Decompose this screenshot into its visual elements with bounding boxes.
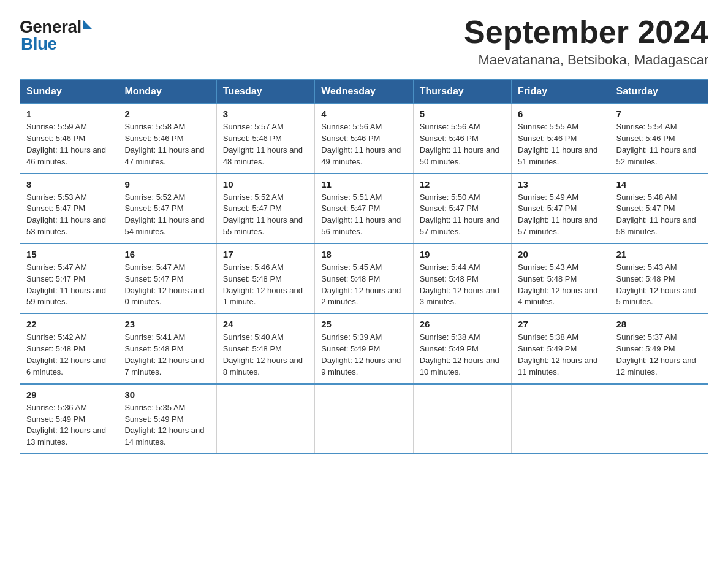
day-number: 23	[124, 319, 210, 329]
calendar-cell: 26 Sunrise: 5:38 AMSunset: 5:49 PMDaylig…	[413, 313, 511, 383]
logo-triangle-icon	[83, 20, 92, 29]
day-number: 13	[518, 179, 603, 190]
day-header-row: Sunday Monday Tuesday Wednesday Thursday…	[20, 80, 708, 104]
day-number: 20	[518, 249, 603, 259]
calendar-cell: 3 Sunrise: 5:57 AMSunset: 5:46 PMDayligh…	[216, 104, 314, 174]
day-info: Sunrise: 5:58 AMSunset: 5:46 PMDaylight:…	[124, 122, 204, 166]
calendar-cell: 15 Sunrise: 5:47 AMSunset: 5:47 PMDaylig…	[20, 243, 118, 313]
calendar-cell: 12 Sunrise: 5:50 AMSunset: 5:47 PMDaylig…	[413, 174, 511, 243]
day-info: Sunrise: 5:40 AMSunset: 5:48 PMDaylight:…	[223, 332, 303, 377]
day-number: 18	[321, 249, 406, 259]
calendar-cell: 22 Sunrise: 5:42 AMSunset: 5:48 PMDaylig…	[20, 313, 118, 383]
day-number: 4	[321, 109, 406, 119]
calendar-cell: 29 Sunrise: 5:36 AMSunset: 5:49 PMDaylig…	[20, 384, 118, 454]
day-info: Sunrise: 5:51 AMSunset: 5:47 PMDaylight:…	[321, 193, 401, 237]
calendar-cell: 17 Sunrise: 5:46 AMSunset: 5:48 PMDaylig…	[216, 243, 314, 313]
day-number: 6	[518, 109, 603, 119]
header-thursday: Thursday	[413, 80, 511, 104]
calendar-header: Sunday Monday Tuesday Wednesday Thursday…	[20, 80, 708, 104]
calendar-cell: 23 Sunrise: 5:41 AMSunset: 5:48 PMDaylig…	[118, 313, 216, 383]
day-number: 15	[26, 249, 112, 259]
day-info: Sunrise: 5:49 AMSunset: 5:47 PMDaylight:…	[518, 193, 597, 237]
day-number: 30	[124, 389, 210, 400]
day-info: Sunrise: 5:45 AMSunset: 5:48 PMDaylight:…	[321, 262, 401, 307]
day-info: Sunrise: 5:50 AMSunset: 5:47 PMDaylight:…	[420, 193, 499, 237]
calendar-table: Sunday Monday Tuesday Wednesday Thursday…	[20, 79, 708, 454]
calendar-cell	[610, 384, 708, 454]
day-number: 1	[26, 109, 112, 119]
day-number: 5	[420, 109, 505, 119]
calendar-cell: 7 Sunrise: 5:54 AMSunset: 5:46 PMDayligh…	[610, 104, 708, 174]
calendar-cell: 21 Sunrise: 5:43 AMSunset: 5:48 PMDaylig…	[610, 243, 708, 313]
day-info: Sunrise: 5:41 AMSunset: 5:48 PMDaylight:…	[124, 332, 204, 377]
day-info: Sunrise: 5:36 AMSunset: 5:49 PMDaylight:…	[26, 403, 106, 447]
day-number: 28	[616, 319, 702, 329]
calendar-week-row: 8 Sunrise: 5:53 AMSunset: 5:47 PMDayligh…	[20, 174, 708, 243]
calendar-cell: 28 Sunrise: 5:37 AMSunset: 5:49 PMDaylig…	[610, 313, 708, 383]
day-number: 14	[616, 179, 702, 190]
day-info: Sunrise: 5:44 AMSunset: 5:48 PMDaylight:…	[420, 262, 499, 307]
day-info: Sunrise: 5:38 AMSunset: 5:49 PMDaylight:…	[420, 332, 499, 377]
day-info: Sunrise: 5:57 AMSunset: 5:46 PMDaylight:…	[223, 122, 303, 166]
calendar-cell: 8 Sunrise: 5:53 AMSunset: 5:47 PMDayligh…	[20, 174, 118, 243]
calendar-cell: 19 Sunrise: 5:44 AMSunset: 5:48 PMDaylig…	[413, 243, 511, 313]
day-info: Sunrise: 5:43 AMSunset: 5:48 PMDaylight:…	[518, 262, 597, 307]
calendar-cell: 4 Sunrise: 5:56 AMSunset: 5:46 PMDayligh…	[315, 104, 413, 174]
calendar-cell: 18 Sunrise: 5:45 AMSunset: 5:48 PMDaylig…	[315, 243, 413, 313]
day-info: Sunrise: 5:52 AMSunset: 5:47 PMDaylight:…	[223, 193, 303, 237]
page-title: September 2024	[464, 15, 708, 50]
calendar-cell: 9 Sunrise: 5:52 AMSunset: 5:47 PMDayligh…	[118, 174, 216, 243]
calendar-cell	[512, 384, 610, 454]
day-info: Sunrise: 5:48 AMSunset: 5:47 PMDaylight:…	[616, 193, 696, 237]
calendar-week-row: 15 Sunrise: 5:47 AMSunset: 5:47 PMDaylig…	[20, 243, 708, 313]
calendar-body: 1 Sunrise: 5:59 AMSunset: 5:46 PMDayligh…	[20, 104, 708, 454]
calendar-cell: 1 Sunrise: 5:59 AMSunset: 5:46 PMDayligh…	[20, 104, 118, 174]
day-info: Sunrise: 5:38 AMSunset: 5:49 PMDaylight:…	[518, 332, 597, 377]
header-wednesday: Wednesday	[315, 80, 413, 104]
day-info: Sunrise: 5:59 AMSunset: 5:46 PMDaylight:…	[26, 122, 106, 166]
calendar-cell: 16 Sunrise: 5:47 AMSunset: 5:47 PMDaylig…	[118, 243, 216, 313]
day-number: 8	[26, 179, 112, 190]
day-info: Sunrise: 5:54 AMSunset: 5:46 PMDaylight:…	[616, 122, 696, 166]
calendar-cell: 20 Sunrise: 5:43 AMSunset: 5:48 PMDaylig…	[512, 243, 610, 313]
day-number: 11	[321, 179, 406, 190]
header-monday: Monday	[118, 80, 216, 104]
header-sunday: Sunday	[20, 80, 118, 104]
header-tuesday: Tuesday	[216, 80, 314, 104]
calendar-cell	[216, 384, 314, 454]
calendar-cell: 2 Sunrise: 5:58 AMSunset: 5:46 PMDayligh…	[118, 104, 216, 174]
calendar-cell: 13 Sunrise: 5:49 AMSunset: 5:47 PMDaylig…	[512, 174, 610, 243]
page-header: General Blue September 2024 Maevatanana,…	[20, 15, 708, 68]
day-number: 17	[223, 249, 308, 259]
calendar-cell	[315, 384, 413, 454]
calendar-cell: 30 Sunrise: 5:35 AMSunset: 5:49 PMDaylig…	[118, 384, 216, 454]
day-number: 3	[223, 109, 308, 119]
day-info: Sunrise: 5:56 AMSunset: 5:46 PMDaylight:…	[321, 122, 401, 166]
calendar-week-row: 22 Sunrise: 5:42 AMSunset: 5:48 PMDaylig…	[20, 313, 708, 383]
day-info: Sunrise: 5:37 AMSunset: 5:49 PMDaylight:…	[616, 332, 696, 377]
calendar-cell: 6 Sunrise: 5:55 AMSunset: 5:46 PMDayligh…	[512, 104, 610, 174]
calendar-cell: 25 Sunrise: 5:39 AMSunset: 5:49 PMDaylig…	[315, 313, 413, 383]
day-number: 25	[321, 319, 406, 329]
calendar-cell: 14 Sunrise: 5:48 AMSunset: 5:47 PMDaylig…	[610, 174, 708, 243]
day-number: 26	[420, 319, 505, 329]
title-block: September 2024 Maevatanana, Betsiboka, M…	[464, 15, 708, 68]
calendar-cell: 5 Sunrise: 5:56 AMSunset: 5:46 PMDayligh…	[413, 104, 511, 174]
calendar-week-row: 1 Sunrise: 5:59 AMSunset: 5:46 PMDayligh…	[20, 104, 708, 174]
day-number: 12	[420, 179, 505, 190]
day-number: 10	[223, 179, 308, 190]
day-number: 16	[124, 249, 210, 259]
calendar-cell: 10 Sunrise: 5:52 AMSunset: 5:47 PMDaylig…	[216, 174, 314, 243]
day-number: 24	[223, 319, 308, 329]
day-number: 29	[26, 389, 112, 400]
day-info: Sunrise: 5:39 AMSunset: 5:49 PMDaylight:…	[321, 332, 401, 377]
page-subtitle: Maevatanana, Betsiboka, Madagascar	[464, 52, 708, 68]
day-info: Sunrise: 5:46 AMSunset: 5:48 PMDaylight:…	[223, 262, 303, 307]
day-info: Sunrise: 5:35 AMSunset: 5:49 PMDaylight:…	[124, 403, 204, 447]
calendar-cell	[413, 384, 511, 454]
day-info: Sunrise: 5:53 AMSunset: 5:47 PMDaylight:…	[26, 193, 106, 237]
day-number: 9	[124, 179, 210, 190]
calendar-cell: 27 Sunrise: 5:38 AMSunset: 5:49 PMDaylig…	[512, 313, 610, 383]
day-info: Sunrise: 5:55 AMSunset: 5:46 PMDaylight:…	[518, 122, 597, 166]
day-info: Sunrise: 5:56 AMSunset: 5:46 PMDaylight:…	[420, 122, 499, 166]
